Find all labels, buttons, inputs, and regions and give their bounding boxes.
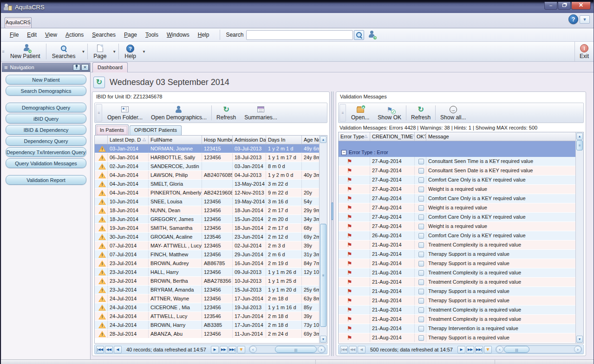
ok-checkbox[interactable] [418, 159, 424, 164]
menu-item-searches[interactable]: Searches [88, 30, 120, 40]
validation-row[interactable]: ⚑27-Aug-2014Consultant Seen Date is a KE… [339, 166, 575, 176]
validation-row[interactable]: ⚑21-Aug-2014Therapy Support is a require… [339, 287, 575, 296]
close-panel-icon[interactable]: ✕ [81, 64, 89, 71]
menu-item-help[interactable]: Help [194, 30, 214, 40]
ok-checkbox[interactable] [418, 326, 424, 332]
sidebar-item-validation-report[interactable]: Validation Report [6, 175, 86, 185]
show-ok-button[interactable]: ⚑✓ Show OK [373, 103, 405, 123]
scrollbar-thumb[interactable]: ||| [275, 346, 317, 353]
toolbar-grip[interactable]: ≡ [339, 104, 346, 122]
validation-row[interactable]: ⚑21-Aug-2014Treatment Complexity is a re… [339, 268, 575, 278]
first-page-button[interactable]: |◀◀ [340, 346, 348, 353]
ok-checkbox[interactable] [418, 224, 424, 229]
scroll-up-icon[interactable]: ▲ [320, 136, 326, 143]
sidebar-item-demographics-query[interactable]: Demographics Query [6, 103, 86, 112]
patient-row[interactable]: 23-Jul-2014HALL, Harry12345609-Jul-20131… [95, 268, 319, 277]
validation-row[interactable]: ⚑27-Aug-2014Consultant Seen Time is a KE… [339, 157, 575, 166]
summaries-button[interactable]: Summaries... [240, 103, 281, 123]
patient-row[interactable]: 19-Jun-2014SMITH, Samantha12345618-Jun-2… [95, 224, 319, 233]
patients-horizontal-scrollbar[interactable]: ‹ ||| › [249, 345, 326, 353]
menu-item-windows[interactable]: Windows [163, 30, 194, 40]
prev-page-button[interactable]: ◀ [358, 346, 366, 353]
column-header-error-type[interactable]: Error Type△ [339, 132, 370, 141]
patient-row[interactable]: 30-Jun-2014GROGAN, Acaline12354623-Jun-2… [95, 233, 319, 241]
searches-dropdown-arrow[interactable]: ▼ [80, 50, 86, 54]
validation-vertical-scrollbar[interactable]: ▲ ≡ ▼ [575, 132, 583, 343]
validation-row[interactable]: ⚑21-Aug-2014Therapy Intervention is a re… [339, 324, 575, 333]
fast-next-button[interactable]: ▶▶ [466, 346, 474, 353]
scroll-down-icon[interactable]: ▼ [320, 336, 326, 343]
restore-button[interactable] [558, 2, 571, 10]
validation-row[interactable]: ⚑21-Aug-2014Treatment Complexity is a re… [339, 278, 575, 287]
last-page-button[interactable]: ▶▶| [475, 346, 483, 353]
column-header-creation-time[interactable]: CREATION_TIME▽ [370, 132, 415, 141]
tab-in-patients[interactable]: In Patients [95, 124, 129, 135]
new-patient-button[interactable]: + New Patient [6, 42, 45, 61]
patient-row[interactable]: 18-Jun-2014NUNN, Dean12345618-Jun-20142 … [95, 206, 319, 215]
toolbar-grip[interactable]: ≡ [96, 104, 102, 122]
next-page-button[interactable]: ▶ [211, 346, 219, 353]
patient-row[interactable]: 24-Jul-2014BROWN, HarryAB338517-Jun-2014… [95, 321, 319, 330]
patient-row[interactable]: 03-Jan-2014NORMAN, Joanne12341503-Jul-20… [95, 144, 319, 153]
validation-row[interactable]: ⚑21-Aug-2014Therapy Support is a require… [339, 333, 575, 343]
validation-row[interactable]: ⚑27-Aug-2014Comfort Care Only is a KEY r… [339, 194, 575, 203]
sidebar-item-ibid-dependency[interactable]: IBID & Dependency [6, 125, 86, 135]
app-tab-aquilacrs[interactable]: AquilaCRS [5, 17, 32, 28]
next-page-button[interactable]: ▶ [457, 346, 465, 353]
chevron-down-icon[interactable]: ▼ [580, 15, 590, 24]
validation-row[interactable]: ⚑21-Aug-2014Treatment Complexity is a re… [339, 315, 575, 324]
tab-dashboard[interactable]: Dashboard [92, 62, 128, 72]
refresh-patients-button[interactable]: ↻ Refresh [212, 103, 240, 123]
sidebar-item-query-validation-messages[interactable]: Query Validation Messages [6, 158, 86, 168]
column-header-days-in[interactable]: Days In [266, 136, 302, 144]
validation-row[interactable]: ⚑27-Aug-2014Weight is a required value [339, 222, 575, 231]
ok-checkbox[interactable] [418, 205, 424, 211]
menu-item-actions[interactable]: Actions [61, 30, 88, 40]
scroll-up-icon[interactable]: ▲ [576, 133, 583, 140]
column-header-icon[interactable] [95, 136, 108, 144]
open-demographics-button[interactable]: Open Demographics... [147, 103, 211, 123]
scroll-right-icon[interactable]: › [574, 346, 581, 353]
sidebar-item-dependency-tx-intervention-query[interactable]: Dependency Tx/Intervention Query [6, 147, 86, 157]
menu-item-tools[interactable]: Tools [141, 30, 163, 40]
patient-row[interactable]: 07-Jul-2014MAY- ATTWELL , Lucy12346502-J… [95, 241, 319, 250]
column-header-ok[interactable]: OK? [415, 132, 426, 141]
collapse-icon[interactable]: − [341, 150, 346, 155]
fast-prev-button[interactable]: ◀◀ [349, 346, 357, 353]
add-person-icon[interactable]: + [368, 31, 376, 39]
validation-row[interactable]: ⚑27-Aug-2014Comfort Care Only is a KEY r… [339, 176, 575, 185]
validation-row[interactable]: ⚑27-Aug-2014Comfort Care Only is a KEY r… [339, 213, 575, 222]
searches-button[interactable]: Searches [47, 42, 80, 61]
scrollbar-thumb[interactable]: ||| [504, 346, 529, 353]
validation-row[interactable]: ⚑26-Aug-2014Comfort Care Only is a KEY r… [339, 231, 575, 240]
dashboard-refresh-button[interactable]: ↻ [93, 77, 105, 88]
search-button[interactable] [354, 30, 364, 40]
prev-page-button[interactable]: ◀ [114, 346, 122, 353]
show-all-button[interactable]: → Show all... [436, 103, 470, 123]
validation-horizontal-scrollbar[interactable]: ‹ ||| › [496, 345, 582, 353]
patient-row[interactable]: 23-Jul-2014BRYRAM, Amanda12345615-Jul-20… [95, 286, 319, 294]
patients-vertical-scrollbar[interactable]: ▲ ≡ ▼ [319, 136, 327, 343]
close-button[interactable]: ✕ [571, 2, 591, 10]
patient-row[interactable]: 06-Jan-2014HARBOTTLE, Sally12345618-Jul-… [95, 153, 319, 162]
scroll-left-icon[interactable]: ‹ [496, 346, 503, 353]
ok-checkbox[interactable] [418, 280, 424, 285]
column-header-hosp-number[interactable]: Hosp Number [202, 136, 233, 144]
sidebar-item-search-demographics[interactable]: Search Demographics [6, 86, 86, 96]
tab-op-bort-patients[interactable]: OP/BORT Patients [130, 125, 182, 135]
patient-row[interactable]: 24-Jul-2014CICERONE , Mia12345619-Jul-20… [95, 303, 319, 312]
scroll-right-icon[interactable]: › [318, 346, 325, 353]
ok-checkbox[interactable] [418, 261, 424, 266]
open-validation-button[interactable]: ● Open... [347, 103, 373, 123]
column-header-fullname[interactable]: FullName [149, 136, 202, 144]
patient-row[interactable]: 02-Jun-2014SANDERCOE, Justin03-Jan-20148… [95, 162, 319, 171]
validation-row[interactable]: ⚑21-Aug-2014Treatment Complexity is a re… [339, 306, 575, 315]
ok-checkbox[interactable] [418, 298, 424, 304]
sidebar-item-ibid-query[interactable]: iBID Query [6, 114, 86, 124]
ok-checkbox[interactable] [418, 307, 424, 313]
scrollbar-thumb[interactable]: ≡ [320, 224, 326, 327]
validation-row[interactable]: ⚑21-Aug-2014Therapy Support is a require… [339, 296, 575, 306]
help-button[interactable]: ? Help [120, 42, 141, 61]
minimize-button[interactable]: – [544, 2, 557, 10]
fast-prev-button[interactable]: ◀◀ [105, 346, 113, 353]
